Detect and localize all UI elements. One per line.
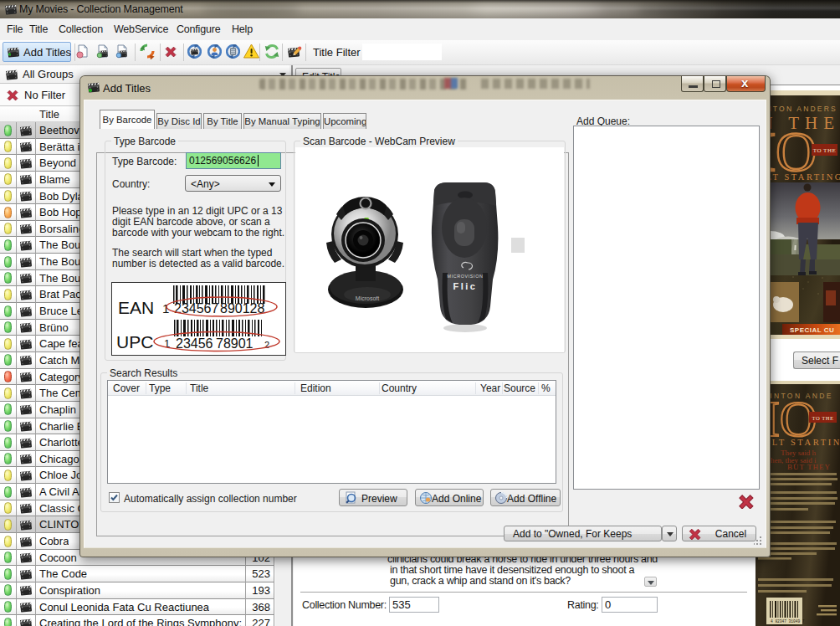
- svg-text:Microsoft: Microsoft: [356, 295, 379, 301]
- svg-text:Flic: Flic: [453, 281, 478, 291]
- svg-text:23456: 23456: [176, 336, 213, 351]
- svg-text:EAN: EAN: [118, 298, 154, 317]
- svg-text:MICROVISION: MICROVISION: [448, 274, 484, 279]
- svg-text:TO THE: TO THE: [812, 415, 833, 421]
- svg-text:4 82347 31049 7: 4 82347 31049 7: [771, 619, 805, 623]
- svg-text:TO THE: TO THE: [813, 147, 836, 154]
- svg-text:78901: 78901: [216, 336, 254, 351]
- svg-text:1: 1: [162, 301, 169, 316]
- svg-text:2: 2: [264, 340, 269, 350]
- svg-text:SPECIAL CU: SPECIAL CU: [790, 326, 834, 334]
- svg-text:BUT THEY: BUT THEY: [787, 463, 831, 471]
- svg-text:COLT STARTING: COLT STARTING: [760, 172, 840, 182]
- svg-text:LINTON ANDERS: LINTON ANDERS: [760, 105, 837, 113]
- svg-text:UPC: UPC: [116, 332, 153, 351]
